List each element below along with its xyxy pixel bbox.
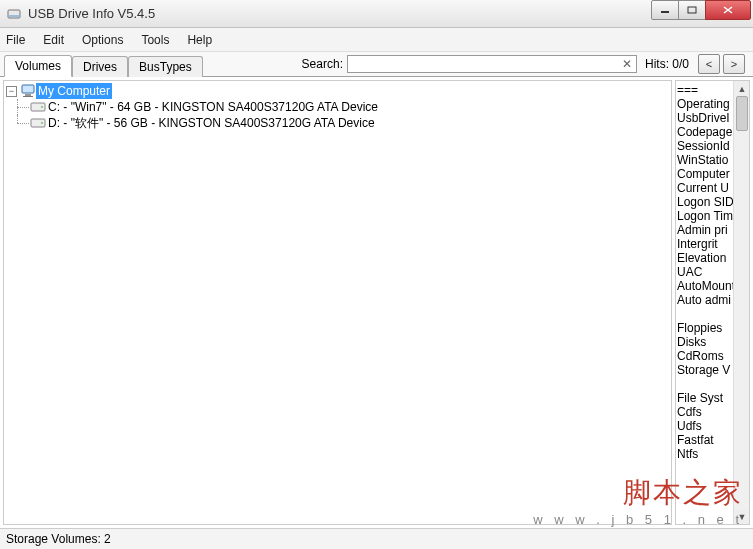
tree-item-c[interactable]: C: - "Win7" - 64 GB - KINGSTON SA400S371… bbox=[6, 99, 669, 115]
svg-rect-1 bbox=[9, 15, 19, 17]
menu-bar: File Edit Options Tools Help bbox=[0, 28, 753, 52]
tab-bustypes[interactable]: BusTypes bbox=[128, 56, 203, 77]
tree-item-d[interactable]: D: - "软件" - 56 GB - KINGSTON SA400S37120… bbox=[6, 115, 669, 131]
menu-options[interactable]: Options bbox=[82, 33, 123, 47]
tree-item-label: D: - "软件" - 56 GB - KINGSTON SA400S37120… bbox=[48, 115, 375, 131]
tree-pane[interactable]: − My Computer C: - "Win7" - 64 GB - KING… bbox=[3, 80, 672, 525]
svg-rect-8 bbox=[23, 96, 33, 97]
svg-point-10 bbox=[41, 106, 43, 108]
svg-rect-6 bbox=[22, 85, 34, 93]
minimize-button[interactable] bbox=[651, 0, 679, 20]
drive-icon bbox=[30, 117, 46, 129]
status-bar: Storage Volumes: 2 bbox=[0, 529, 753, 549]
svg-point-12 bbox=[41, 122, 43, 124]
tree-item-label: C: - "Win7" - 64 GB - KINGSTON SA400S371… bbox=[48, 99, 378, 115]
tree-root-label[interactable]: My Computer bbox=[36, 83, 112, 99]
window-controls bbox=[652, 0, 751, 20]
scroll-up-icon[interactable]: ▲ bbox=[734, 81, 750, 96]
toolbar: Volumes Drives BusTypes Search: ✕ Hits: … bbox=[0, 52, 753, 77]
menu-edit[interactable]: Edit bbox=[43, 33, 64, 47]
drive-icon bbox=[30, 101, 46, 113]
app-icon bbox=[6, 6, 22, 22]
scroll-down-icon[interactable]: ▼ bbox=[734, 509, 750, 524]
scroll-thumb[interactable] bbox=[736, 96, 748, 131]
search-label: Search: bbox=[302, 57, 343, 71]
hits-label: Hits: 0/0 bbox=[645, 57, 689, 71]
tab-strip: Volumes Drives BusTypes bbox=[4, 54, 203, 76]
computer-icon bbox=[20, 83, 36, 99]
collapse-icon[interactable]: − bbox=[6, 86, 17, 97]
search-input[interactable]: ✕ bbox=[347, 55, 637, 73]
next-hit-button[interactable]: > bbox=[723, 54, 745, 74]
main-area: − My Computer C: - "Win7" - 64 GB - KING… bbox=[0, 77, 753, 529]
search-area: Search: ✕ Hits: 0/0 < > bbox=[302, 52, 753, 76]
svg-rect-7 bbox=[25, 94, 31, 96]
tree-root-row[interactable]: − My Computer bbox=[6, 83, 669, 99]
menu-file[interactable]: File bbox=[6, 33, 25, 47]
scrollbar[interactable]: ▲ ▼ bbox=[733, 81, 749, 524]
menu-tools[interactable]: Tools bbox=[141, 33, 169, 47]
clear-search-icon[interactable]: ✕ bbox=[622, 57, 632, 71]
svg-rect-3 bbox=[688, 7, 696, 13]
tab-drives[interactable]: Drives bbox=[72, 56, 128, 77]
prev-hit-button[interactable]: < bbox=[698, 54, 720, 74]
tree-connector bbox=[12, 99, 30, 115]
tab-volumes[interactable]: Volumes bbox=[4, 55, 72, 77]
menu-help[interactable]: Help bbox=[187, 33, 212, 47]
title-bar: USB Drive Info V5.4.5 bbox=[0, 0, 753, 28]
tree-connector bbox=[12, 115, 30, 131]
info-pane[interactable]: ===OperatingUsbDriveICodepagesSessionIdW… bbox=[675, 80, 750, 525]
status-text: Storage Volumes: 2 bbox=[6, 532, 111, 546]
window-title: USB Drive Info V5.4.5 bbox=[28, 6, 155, 21]
maximize-button[interactable] bbox=[678, 0, 706, 20]
close-button[interactable] bbox=[705, 0, 751, 20]
